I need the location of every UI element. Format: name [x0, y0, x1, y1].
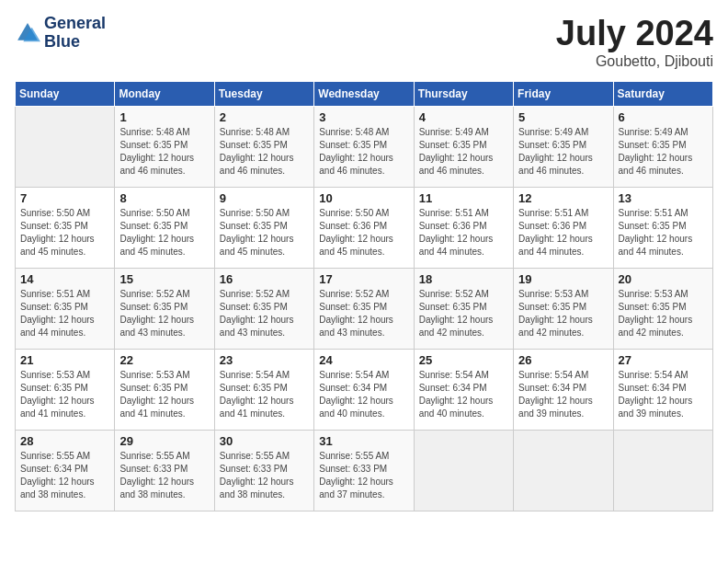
calendar-cell: [514, 430, 613, 511]
calendar-cell: 29Sunrise: 5:55 AM Sunset: 6:33 PM Dayli…: [115, 430, 214, 511]
calendar-cell: [16, 106, 115, 187]
calendar-week-row: 14Sunrise: 5:51 AM Sunset: 6:35 PM Dayli…: [16, 268, 713, 349]
calendar-cell: 5Sunrise: 5:49 AM Sunset: 6:35 PM Daylig…: [514, 106, 613, 187]
calendar-cell: 8Sunrise: 5:50 AM Sunset: 6:35 PM Daylig…: [115, 187, 214, 268]
calendar-cell: 10Sunrise: 5:50 AM Sunset: 6:36 PM Dayli…: [314, 187, 414, 268]
calendar-cell: 3Sunrise: 5:48 AM Sunset: 6:35 PM Daylig…: [314, 106, 414, 187]
day-info: Sunrise: 5:52 AM Sunset: 6:35 PM Dayligh…: [419, 288, 508, 339]
day-number: 19: [518, 272, 608, 286]
calendar-cell: 20Sunrise: 5:53 AM Sunset: 6:35 PM Dayli…: [613, 268, 712, 349]
calendar-cell: 31Sunrise: 5:55 AM Sunset: 6:33 PM Dayli…: [314, 430, 414, 511]
weekday-row: SundayMondayTuesdayWednesdayThursdayFrid…: [16, 81, 713, 106]
calendar-cell: 30Sunrise: 5:55 AM Sunset: 6:33 PM Dayli…: [214, 430, 313, 511]
month-title: July 2024: [556, 15, 713, 53]
day-number: 28: [20, 434, 109, 448]
day-info: Sunrise: 5:55 AM Sunset: 6:33 PM Dayligh…: [319, 450, 408, 501]
calendar-cell: 26Sunrise: 5:54 AM Sunset: 6:34 PM Dayli…: [514, 349, 613, 430]
day-number: 2: [220, 110, 309, 124]
calendar-cell: 11Sunrise: 5:51 AM Sunset: 6:36 PM Dayli…: [414, 187, 513, 268]
day-info: Sunrise: 5:51 AM Sunset: 6:36 PM Dayligh…: [419, 207, 508, 259]
day-number: 25: [419, 353, 508, 367]
calendar-header: SundayMondayTuesdayWednesdayThursdayFrid…: [16, 81, 713, 106]
day-number: 29: [119, 434, 209, 448]
day-number: 11: [419, 191, 508, 205]
calendar-week-row: 21Sunrise: 5:53 AM Sunset: 6:35 PM Dayli…: [16, 349, 713, 430]
calendar-cell: 28Sunrise: 5:55 AM Sunset: 6:34 PM Dayli…: [16, 430, 115, 511]
weekday-header: Wednesday: [314, 81, 414, 106]
calendar-cell: 23Sunrise: 5:54 AM Sunset: 6:35 PM Dayli…: [214, 349, 313, 430]
day-info: Sunrise: 5:49 AM Sunset: 6:35 PM Dayligh…: [619, 126, 708, 178]
title-block: July 2024 Goubetto, Djibouti: [556, 15, 713, 70]
weekday-header: Friday: [514, 81, 613, 106]
weekday-header: Saturday: [613, 81, 712, 106]
day-number: 13: [619, 191, 708, 205]
calendar-cell: 12Sunrise: 5:51 AM Sunset: 6:36 PM Dayli…: [514, 187, 613, 268]
day-info: Sunrise: 5:54 AM Sunset: 6:34 PM Dayligh…: [319, 369, 408, 420]
calendar-cell: 27Sunrise: 5:54 AM Sunset: 6:34 PM Dayli…: [613, 349, 712, 430]
weekday-header: Sunday: [16, 81, 115, 106]
weekday-header: Tuesday: [214, 81, 313, 106]
calendar-cell: 13Sunrise: 5:51 AM Sunset: 6:35 PM Dayli…: [613, 187, 712, 268]
day-number: 22: [119, 353, 209, 367]
calendar-week-row: 28Sunrise: 5:55 AM Sunset: 6:34 PM Dayli…: [16, 430, 713, 511]
day-number: 1: [119, 110, 209, 124]
day-number: 16: [220, 272, 309, 286]
day-info: Sunrise: 5:53 AM Sunset: 6:35 PM Dayligh…: [20, 369, 109, 420]
logo-text: General Blue: [44, 15, 106, 52]
day-info: Sunrise: 5:53 AM Sunset: 6:35 PM Dayligh…: [619, 288, 708, 339]
day-number: 17: [319, 272, 408, 286]
day-info: Sunrise: 5:54 AM Sunset: 6:34 PM Dayligh…: [419, 369, 508, 420]
calendar-cell: 22Sunrise: 5:53 AM Sunset: 6:35 PM Dayli…: [115, 349, 214, 430]
logo: General Blue: [15, 15, 106, 52]
day-number: 7: [20, 191, 109, 205]
day-number: 9: [220, 191, 309, 205]
location-title: Goubetto, Djibouti: [556, 53, 713, 70]
day-info: Sunrise: 5:50 AM Sunset: 6:35 PM Dayligh…: [20, 207, 109, 259]
day-info: Sunrise: 5:51 AM Sunset: 6:35 PM Dayligh…: [619, 207, 708, 259]
day-info: Sunrise: 5:55 AM Sunset: 6:34 PM Dayligh…: [20, 450, 109, 501]
day-info: Sunrise: 5:51 AM Sunset: 6:36 PM Dayligh…: [518, 207, 608, 259]
day-info: Sunrise: 5:55 AM Sunset: 6:33 PM Dayligh…: [119, 450, 209, 501]
day-info: Sunrise: 5:48 AM Sunset: 6:35 PM Dayligh…: [319, 126, 408, 178]
calendar-cell: 1Sunrise: 5:48 AM Sunset: 6:35 PM Daylig…: [115, 106, 214, 187]
day-info: Sunrise: 5:53 AM Sunset: 6:35 PM Dayligh…: [119, 369, 209, 420]
day-info: Sunrise: 5:50 AM Sunset: 6:36 PM Dayligh…: [319, 207, 408, 259]
day-info: Sunrise: 5:54 AM Sunset: 6:35 PM Dayligh…: [220, 369, 309, 420]
day-number: 26: [518, 353, 608, 367]
day-info: Sunrise: 5:54 AM Sunset: 6:34 PM Dayligh…: [619, 369, 708, 420]
calendar-cell: 21Sunrise: 5:53 AM Sunset: 6:35 PM Dayli…: [16, 349, 115, 430]
calendar-cell: [414, 430, 513, 511]
day-info: Sunrise: 5:49 AM Sunset: 6:35 PM Dayligh…: [419, 126, 508, 178]
day-info: Sunrise: 5:48 AM Sunset: 6:35 PM Dayligh…: [119, 126, 209, 178]
day-number: 31: [319, 434, 408, 448]
calendar-cell: 7Sunrise: 5:50 AM Sunset: 6:35 PM Daylig…: [16, 187, 115, 268]
calendar-week-row: 7Sunrise: 5:50 AM Sunset: 6:35 PM Daylig…: [16, 187, 713, 268]
day-number: 6: [619, 110, 708, 124]
day-info: Sunrise: 5:52 AM Sunset: 6:35 PM Dayligh…: [220, 288, 309, 339]
weekday-header: Thursday: [414, 81, 513, 106]
day-number: 20: [619, 272, 708, 286]
day-number: 4: [419, 110, 508, 124]
day-number: 15: [119, 272, 209, 286]
calendar-cell: 19Sunrise: 5:53 AM Sunset: 6:35 PM Dayli…: [514, 268, 613, 349]
day-info: Sunrise: 5:53 AM Sunset: 6:35 PM Dayligh…: [518, 288, 608, 339]
calendar-cell: 6Sunrise: 5:49 AM Sunset: 6:35 PM Daylig…: [613, 106, 712, 187]
day-info: Sunrise: 5:50 AM Sunset: 6:35 PM Dayligh…: [119, 207, 209, 259]
day-number: 8: [119, 191, 209, 205]
day-number: 18: [419, 272, 508, 286]
calendar-cell: 4Sunrise: 5:49 AM Sunset: 6:35 PM Daylig…: [414, 106, 513, 187]
day-info: Sunrise: 5:51 AM Sunset: 6:35 PM Dayligh…: [20, 288, 109, 339]
calendar-table: SundayMondayTuesdayWednesdayThursdayFrid…: [15, 81, 713, 511]
day-number: 14: [20, 272, 109, 286]
day-number: 30: [220, 434, 309, 448]
day-number: 21: [20, 353, 109, 367]
day-number: 5: [518, 110, 608, 124]
weekday-header: Monday: [115, 81, 214, 106]
calendar-cell: 14Sunrise: 5:51 AM Sunset: 6:35 PM Dayli…: [16, 268, 115, 349]
day-number: 27: [619, 353, 708, 367]
day-number: 3: [319, 110, 408, 124]
day-info: Sunrise: 5:50 AM Sunset: 6:35 PM Dayligh…: [220, 207, 309, 259]
calendar-cell: 25Sunrise: 5:54 AM Sunset: 6:34 PM Dayli…: [414, 349, 513, 430]
day-number: 23: [220, 353, 309, 367]
day-number: 10: [319, 191, 408, 205]
